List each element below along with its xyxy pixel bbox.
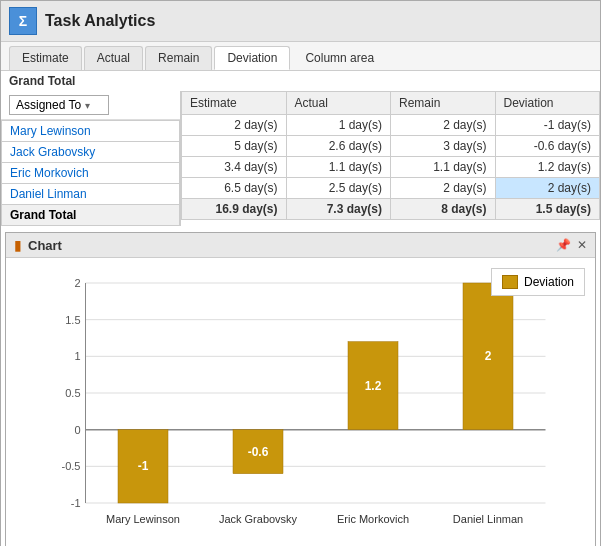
dropdown-arrow-icon: ▾: [85, 100, 90, 111]
col-header-deviation: Deviation: [495, 92, 600, 115]
svg-text:-1: -1: [138, 459, 149, 473]
table-row: 6.5 day(s)2.5 day(s)2 day(s)2 day(s): [182, 178, 600, 199]
chart-legend: Deviation: [491, 268, 585, 296]
chart-title: Chart: [28, 238, 62, 253]
cell-remain: 3 day(s): [391, 136, 496, 157]
cell-remain: 1.1 day(s): [391, 157, 496, 178]
app-icon: Σ: [9, 7, 37, 35]
svg-text:2: 2: [74, 277, 80, 289]
assigned-to-dropdown[interactable]: Assigned To ▾: [9, 95, 109, 115]
svg-text:-0.5: -0.5: [62, 460, 81, 472]
cell-actual: 1.1 day(s): [286, 157, 391, 178]
cell-deviation: -1 day(s): [495, 115, 600, 136]
tab-bar: Estimate Actual Remain Deviation Column …: [1, 42, 600, 71]
table-row: Jack Grabovsky: [2, 142, 180, 163]
svg-text:0: 0: [74, 424, 80, 436]
svg-text:Eric Morkovich: Eric Morkovich: [337, 513, 409, 525]
col-header-actual: Actual: [286, 92, 391, 115]
svg-text:Mary Lewinson: Mary Lewinson: [106, 513, 180, 525]
data-table: Estimate Actual Remain Deviation 2 day(s…: [181, 91, 600, 220]
svg-text:-0.6: -0.6: [248, 445, 269, 459]
tab-remain[interactable]: Remain: [145, 46, 212, 70]
pin-button[interactable]: 📌: [556, 238, 571, 252]
svg-text:0.5: 0.5: [65, 387, 80, 399]
svg-text:Daniel Linman: Daniel Linman: [453, 513, 523, 525]
chart-body: Deviation -1-0.500.511.52-1Mary Lewinson…: [6, 258, 595, 546]
page-title: Task Analytics: [45, 12, 155, 30]
grand-total-row: Grand Total: [2, 205, 180, 226]
svg-text:1.2: 1.2: [365, 379, 382, 393]
row-name: Eric Morkovich: [2, 163, 180, 184]
cell-deviation: -0.6 day(s): [495, 136, 600, 157]
cell-actual: 1 day(s): [286, 115, 391, 136]
close-button[interactable]: ✕: [577, 238, 587, 252]
grand-total-remain: 8 day(s): [391, 199, 496, 220]
cell-estimate: 2 day(s): [182, 115, 287, 136]
grand-total-data-row: 16.9 day(s)7.3 day(s)8 day(s)1.5 day(s): [182, 199, 600, 220]
tab-column-area[interactable]: Column area: [292, 46, 387, 70]
svg-text:-1: -1: [71, 497, 81, 509]
bar-chart: -1-0.500.511.52-1Mary Lewinson-0.6Jack G…: [16, 268, 585, 546]
main-container: Σ Task Analytics Estimate Actual Remain …: [0, 0, 601, 546]
cell-actual: 2.5 day(s): [286, 178, 391, 199]
svg-text:2: 2: [485, 349, 492, 363]
grand-total-name: Grand Total: [2, 205, 180, 226]
table-row: 3.4 day(s)1.1 day(s)1.1 day(s)1.2 day(s): [182, 157, 600, 178]
table-row: Daniel Linman: [2, 184, 180, 205]
grand-total-header: Grand Total: [1, 71, 600, 91]
cell-remain: 2 day(s): [391, 178, 496, 199]
col-header-remain: Remain: [391, 92, 496, 115]
grand-total-actual: 7.3 day(s): [286, 199, 391, 220]
cell-remain: 2 day(s): [391, 115, 496, 136]
grand-total-deviation: 1.5 day(s): [495, 199, 600, 220]
chart-header: ▮ Chart 📌 ✕: [6, 233, 595, 258]
svg-text:1: 1: [74, 350, 80, 362]
data-columns: Estimate Actual Remain Deviation 2 day(s…: [181, 91, 600, 226]
chart-title-area: ▮ Chart: [14, 237, 62, 253]
table-row: Eric Morkovich: [2, 163, 180, 184]
table-row: 2 day(s)1 day(s)2 day(s)-1 day(s): [182, 115, 600, 136]
chart-controls: 📌 ✕: [556, 238, 587, 252]
col-header-estimate: Estimate: [182, 92, 287, 115]
filter-row: Assigned To ▾: [1, 91, 180, 120]
cell-actual: 2.6 day(s): [286, 136, 391, 157]
tab-estimate[interactable]: Estimate: [9, 46, 82, 70]
chart-panel: ▮ Chart 📌 ✕ Deviation -1-0.500.511.52-1M…: [5, 232, 596, 546]
svg-text:Jack Grabovsky: Jack Grabovsky: [219, 513, 298, 525]
svg-text:1.5: 1.5: [65, 314, 80, 326]
cell-estimate: 5 day(s): [182, 136, 287, 157]
row-name: Mary Lewinson: [2, 121, 180, 142]
table-row: Mary Lewinson: [2, 121, 180, 142]
tab-actual[interactable]: Actual: [84, 46, 143, 70]
table-panel: Grand Total Assigned To ▾ Mary LewinsonJ…: [1, 71, 600, 228]
cell-deviation: 2 day(s): [495, 178, 600, 199]
cell-estimate: 6.5 day(s): [182, 178, 287, 199]
row-name: Jack Grabovsky: [2, 142, 180, 163]
legend-color: [502, 275, 518, 289]
cell-deviation: 1.2 day(s): [495, 157, 600, 178]
chart-bar-icon: ▮: [14, 237, 22, 253]
row-name: Daniel Linman: [2, 184, 180, 205]
table-container: Assigned To ▾ Mary LewinsonJack Grabovsk…: [1, 91, 600, 226]
tab-deviation[interactable]: Deviation: [214, 46, 290, 70]
name-table: Mary LewinsonJack GrabovskyEric Morkovic…: [1, 120, 180, 226]
cell-estimate: 3.4 day(s): [182, 157, 287, 178]
grand-total-estimate: 16.9 day(s): [182, 199, 287, 220]
table-row: 5 day(s)2.6 day(s)3 day(s)-0.6 day(s): [182, 136, 600, 157]
header: Σ Task Analytics: [1, 1, 600, 42]
left-panel: Assigned To ▾ Mary LewinsonJack Grabovsk…: [1, 91, 181, 226]
legend-label: Deviation: [524, 275, 574, 289]
